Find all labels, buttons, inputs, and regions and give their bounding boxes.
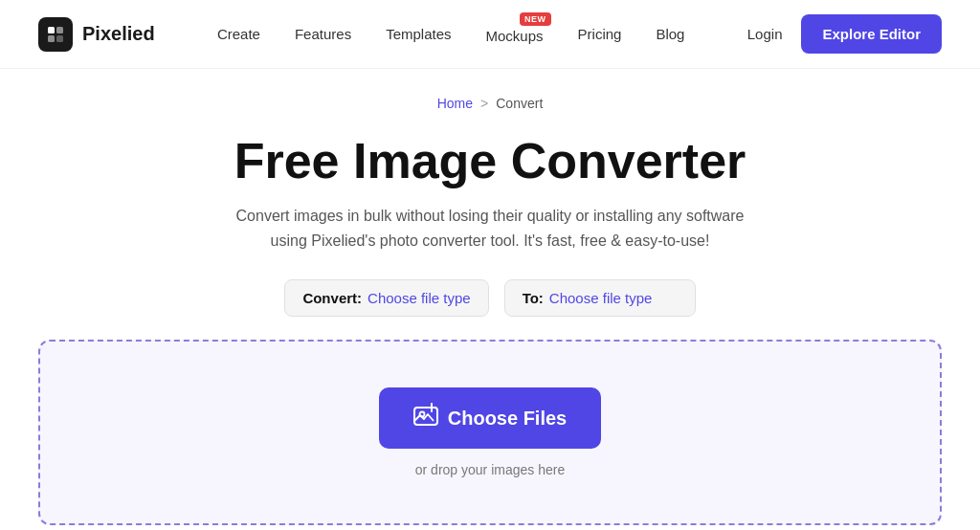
upload-icon <box>413 403 438 433</box>
convert-to-value: Choose file type <box>549 290 653 306</box>
convert-label: Convert: <box>302 290 362 306</box>
svg-rect-2 <box>48 35 55 42</box>
logo-icon <box>38 17 73 52</box>
header-actions: Login Explore Editor <box>747 14 942 54</box>
conversion-selectors: Convert: Choose file type To: Choose fil… <box>284 279 695 317</box>
convert-from-selector[interactable]: Convert: Choose file type <box>284 279 488 317</box>
nav-item-mockups[interactable]: Mockups NEW <box>486 24 544 44</box>
breadcrumb: Home > Convert <box>437 96 544 111</box>
breadcrumb-current: Convert <box>496 96 543 111</box>
dropzone[interactable]: Choose Files or drop your images here <box>38 340 942 525</box>
breadcrumb-separator: > <box>480 96 488 111</box>
drop-hint: or drop your images here <box>415 462 565 477</box>
convert-from-value: Choose file type <box>368 290 471 306</box>
logo[interactable]: Pixelied <box>38 17 155 52</box>
nav-item-pricing[interactable]: Pricing <box>578 26 622 42</box>
main-content: Home > Convert Free Image Converter Conv… <box>0 69 980 530</box>
choose-files-button[interactable]: Choose Files <box>379 387 601 449</box>
svg-rect-0 <box>48 27 55 33</box>
svg-rect-3 <box>56 35 63 42</box>
nav-item-features[interactable]: Features <box>295 26 351 42</box>
explore-editor-button[interactable]: Explore Editor <box>801 14 942 54</box>
breadcrumb-home[interactable]: Home <box>437 96 473 111</box>
main-nav: Create Features Templates Mockups NEW Pr… <box>217 24 685 44</box>
nav-item-create[interactable]: Create <box>217 26 260 42</box>
nav-item-templates[interactable]: Templates <box>386 26 451 42</box>
svg-rect-1 <box>56 27 63 33</box>
login-link[interactable]: Login <box>747 26 783 42</box>
logo-text: Pixelied <box>82 23 155 45</box>
convert-to-selector[interactable]: To: Choose file type <box>504 279 696 317</box>
mockups-badge: NEW <box>520 12 551 26</box>
page-title: Free Image Converter <box>234 134 746 188</box>
to-label: To: <box>523 290 544 306</box>
hero-subtitle: Convert images in bulk without losing th… <box>222 204 758 253</box>
nav-item-blog[interactable]: Blog <box>656 26 684 42</box>
choose-files-label: Choose Files <box>448 408 567 430</box>
